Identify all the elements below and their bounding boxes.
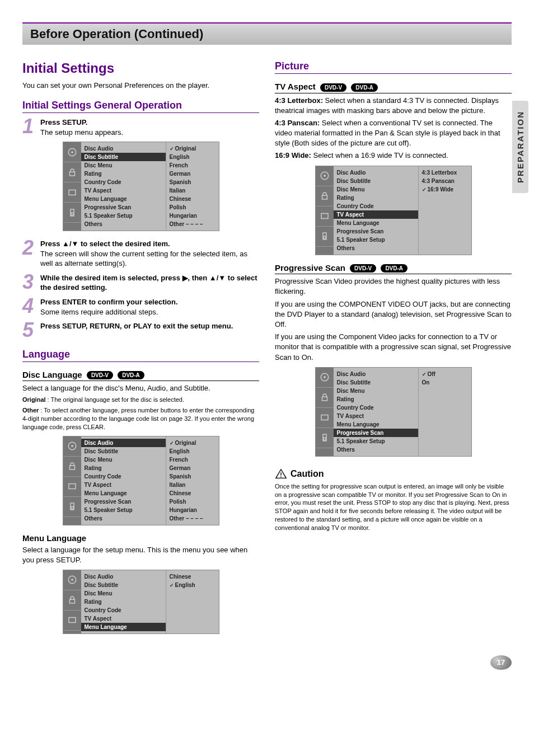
- step-5: 5 Press SETUP, RETURN, or PLAY to exit t…: [22, 321, 259, 339]
- other-note: Other : To select another language, pres…: [22, 406, 259, 431]
- menu-item: TV Aspect: [337, 412, 415, 420]
- menu-item: Menu Language: [85, 195, 162, 203]
- menu-item: Rating: [85, 170, 162, 178]
- disc-icon: [316, 368, 334, 388]
- menu-item: Menu Language: [85, 489, 162, 497]
- step-3: 3 While the desired item is selected, pr…: [22, 273, 259, 293]
- heading-disc-language: Disc Language DVD-V DVD-A: [22, 370, 259, 382]
- menu-item: Disc Subtitle: [85, 581, 162, 589]
- menu-item: Menu Language: [337, 420, 415, 429]
- menu-item: Rating: [337, 395, 415, 403]
- badge-dvd-a: DVD-A: [118, 371, 144, 379]
- svg-rect-3: [69, 190, 76, 195]
- svg-rect-25: [321, 415, 328, 420]
- tv-icon: [316, 206, 334, 227]
- setup-menu-screenshot-1: Disc Audio Disc Subtitle Disc Menu Ratin…: [63, 142, 219, 231]
- menu-item: Progressive Scan: [337, 227, 415, 236]
- menu-item: Disc Subtitle: [85, 447, 162, 456]
- step-2-text: The screen will show the current setting…: [40, 250, 247, 268]
- svg-point-23: [324, 377, 325, 378]
- intro-text: You can set your own Personal Preference…: [22, 81, 259, 91]
- warning-icon: [275, 468, 287, 480]
- menu-option-checked: Original: [170, 439, 216, 447]
- menu-option: French: [170, 456, 216, 464]
- wide-text: 16:9 Wide: Select when a 16:9 wide TV is…: [275, 151, 512, 161]
- menu-option: French: [170, 161, 216, 170]
- menu-option: English: [170, 153, 216, 161]
- svg-rect-2: [69, 172, 74, 176]
- menu-option-checked: Off: [422, 370, 468, 378]
- menu-option: On: [422, 378, 468, 387]
- heading-general-operation: Initial Settings General Operation: [22, 100, 259, 113]
- menu-option-checked: Original: [170, 144, 216, 153]
- menu-option: Hungarian: [170, 212, 216, 220]
- menu-item: Others: [337, 445, 415, 454]
- menu-option: English: [170, 447, 216, 456]
- menu-item: Country Code: [85, 606, 162, 614]
- step-number-1: 1: [22, 118, 37, 135]
- tv-icon: [63, 182, 81, 203]
- menu-option: Polish: [170, 497, 216, 506]
- disc-icon: [63, 436, 81, 457]
- step-1-text: The setup menu appears.: [40, 128, 123, 137]
- heading-language: Language: [22, 349, 259, 362]
- lock-icon: [63, 590, 81, 611]
- menu-item: Others: [85, 514, 162, 523]
- menu-item: Disc Menu: [85, 161, 162, 170]
- letterbox-text: 4:3 Letterbox: Select when a standard 4:…: [275, 96, 512, 116]
- menu-option: Italian: [170, 186, 216, 195]
- tv-icon: [63, 477, 81, 497]
- caution-text: Once the setting for progressive scan ou…: [275, 482, 512, 532]
- tv-icon: [316, 408, 334, 428]
- heading-progressive-scan: Progressive Scan DVD-V DVD-A: [275, 263, 512, 275]
- step-3-bold: While the desired item is selected, pres…: [40, 274, 257, 292]
- setup-menu-screenshot-3: Disc Audio Disc Subtitle Disc Menu Ratin…: [63, 570, 219, 634]
- svg-rect-15: [69, 618, 76, 623]
- menu-item: 5.1 Speaker Setup: [337, 236, 415, 244]
- heading-tv-aspect: TV Aspect DVD-V DVD-A: [275, 82, 512, 93]
- svg-point-29: [280, 476, 282, 477]
- lock-icon: [316, 186, 334, 206]
- menu-item: Others: [85, 220, 162, 228]
- step-number-2: 2: [22, 239, 37, 257]
- prog-p3: If you are using the Component Video jac…: [275, 332, 512, 363]
- menu-item: Progressive Scan: [85, 497, 162, 506]
- step-4-bold: Press ENTER to confirm your selection.: [40, 298, 178, 306]
- badge-dvd-v: DVD-V: [350, 264, 376, 273]
- disc-language-intro: Select a language for the disc's Menu, A…: [22, 383, 259, 393]
- svg-rect-9: [69, 484, 76, 489]
- svg-point-27: [323, 438, 326, 440]
- menu-item: Disc Menu: [85, 456, 162, 464]
- menu-option: Chinese: [170, 195, 216, 203]
- lock-icon: [63, 162, 81, 182]
- caution-title: Caution: [291, 469, 324, 479]
- menu-item: Rating: [337, 194, 415, 202]
- step-1: 1 Press SETUP. The setup menu appears.: [22, 118, 259, 137]
- menu-item: Rating: [85, 464, 162, 472]
- page-number-badge: 17: [490, 655, 512, 670]
- menu-option: 4:3 Panscan: [422, 177, 468, 185]
- right-column: Picture TV Aspect DVD-V DVD-A 4:3 Letter…: [275, 55, 512, 642]
- menu-item: Menu Language: [337, 219, 415, 227]
- svg-point-17: [324, 175, 325, 177]
- step-number-4: 4: [22, 297, 37, 315]
- menu-option: Other – – – –: [170, 220, 216, 228]
- speaker-icon: [316, 428, 334, 448]
- speaker-icon: [63, 497, 81, 517]
- heading-picture: Picture: [275, 60, 512, 74]
- menu-item-selected: Progressive Scan: [334, 429, 418, 437]
- svg-rect-18: [322, 195, 327, 199]
- svg-rect-24: [322, 397, 327, 401]
- step-1-bold: Press SETUP.: [40, 118, 87, 126]
- menu-item: Progressive Scan: [85, 203, 162, 212]
- step-2: 2 Press ▲/▼ to select the desired item. …: [22, 239, 259, 269]
- disc-icon: [63, 570, 81, 590]
- menu-item: Country Code: [337, 403, 415, 412]
- page-footer: 17: [22, 655, 512, 670]
- menu-item-selected: TV Aspect: [334, 210, 418, 219]
- svg-point-11: [71, 506, 73, 509]
- prog-p2: If you are using the COMPONENT VIDEO OUT…: [275, 299, 512, 330]
- svg-rect-19: [321, 214, 328, 219]
- menu-option: Hungarian: [170, 506, 216, 514]
- menu-option: 4:3 Letterbox: [422, 168, 468, 177]
